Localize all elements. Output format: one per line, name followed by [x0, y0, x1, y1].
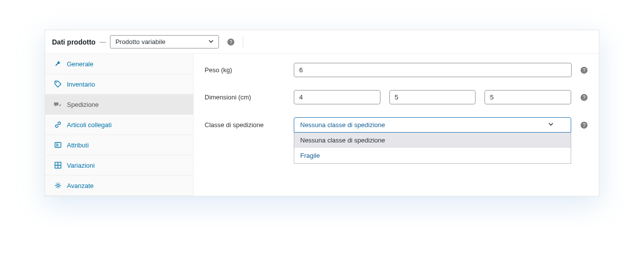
svg-text:?: ?	[229, 39, 232, 45]
svg-text:?: ?	[583, 122, 586, 128]
tab-label: Articoli collegati	[67, 121, 111, 129]
tab-linked[interactable]: Articoli collegati	[45, 115, 193, 135]
height-input[interactable]	[484, 90, 571, 104]
link-icon	[54, 121, 62, 129]
svg-text:?: ?	[583, 67, 586, 73]
tab-content-shipping: Peso (kg) ? Dimensioni (cm) ?	[194, 54, 599, 196]
chevron-down-icon	[548, 121, 554, 129]
panel-header: Dati prodotto — Prodotto variabile ?	[45, 30, 599, 54]
tab-advanced[interactable]: Avanzate	[45, 176, 193, 196]
tag-icon	[54, 80, 62, 88]
help-icon[interactable]: ?	[227, 38, 235, 46]
product-type-select[interactable]: Prodotto variabile	[110, 35, 219, 48]
help-icon[interactable]: ?	[580, 93, 588, 101]
tab-general[interactable]: Generale	[45, 54, 193, 74]
svg-point-2	[56, 82, 57, 83]
shipping-class-select[interactable]: Nessuna classe di spedizione	[294, 117, 571, 133]
help-icon[interactable]: ?	[580, 121, 588, 129]
tab-label: Inventario	[67, 81, 95, 88]
shipping-class-value: Nessuna classe di spedizione	[300, 121, 385, 129]
shipping-class-dropdown: Nessuna classe di spedizione Fragile	[294, 133, 571, 164]
panel-title: Dati prodotto	[52, 38, 96, 46]
truck-icon	[54, 100, 62, 108]
width-input[interactable]	[389, 90, 476, 104]
tab-attributes[interactable]: Attributi	[45, 135, 193, 155]
shipping-class-label: Classe di spedizione	[205, 121, 294, 129]
length-input[interactable]	[294, 90, 380, 104]
dropdown-option[interactable]: Nessuna classe di spedizione	[294, 133, 571, 148]
header-divider	[243, 37, 243, 47]
gear-icon	[54, 182, 62, 189]
svg-text:?: ?	[583, 94, 586, 100]
row-shipping-class: Classe di spedizione Nessuna classe di s…	[205, 117, 588, 133]
tab-label: Spedizione	[67, 101, 99, 108]
row-dimensions: Dimensioni (cm) ?	[205, 90, 588, 104]
panel-body: Generale Inventario Spedizione Articoli …	[45, 54, 599, 196]
tab-label: Variazioni	[67, 162, 95, 169]
tab-variations[interactable]: Variazioni	[45, 155, 193, 176]
tab-label: Generale	[67, 60, 93, 68]
dimensions-group	[294, 90, 571, 104]
wrench-icon	[54, 60, 62, 68]
tab-label: Avanzate	[67, 182, 94, 189]
weight-label: Peso (kg)	[205, 66, 294, 74]
tab-label: Attributi	[67, 141, 89, 149]
product-type-select-wrap: Prodotto variabile	[110, 35, 219, 48]
shipping-class-select-wrap: Nessuna classe di spedizione Nessuna cla…	[294, 117, 571, 133]
dropdown-option[interactable]: Fragile	[294, 148, 571, 163]
dimensions-label: Dimensioni (cm)	[205, 93, 294, 101]
grid-icon	[54, 161, 62, 169]
tab-shipping[interactable]: Spedizione	[45, 94, 193, 115]
list-icon	[54, 141, 62, 149]
help-icon[interactable]: ?	[580, 66, 588, 74]
weight-input[interactable]	[294, 63, 572, 77]
product-tabs: Generale Inventario Spedizione Articoli …	[45, 54, 194, 196]
product-data-panel: Dati prodotto — Prodotto variabile ? Gen…	[45, 30, 599, 196]
title-dash: —	[100, 38, 106, 46]
tab-inventory[interactable]: Inventario	[45, 74, 193, 94]
row-weight: Peso (kg) ?	[205, 63, 588, 77]
svg-point-5	[57, 185, 59, 186]
